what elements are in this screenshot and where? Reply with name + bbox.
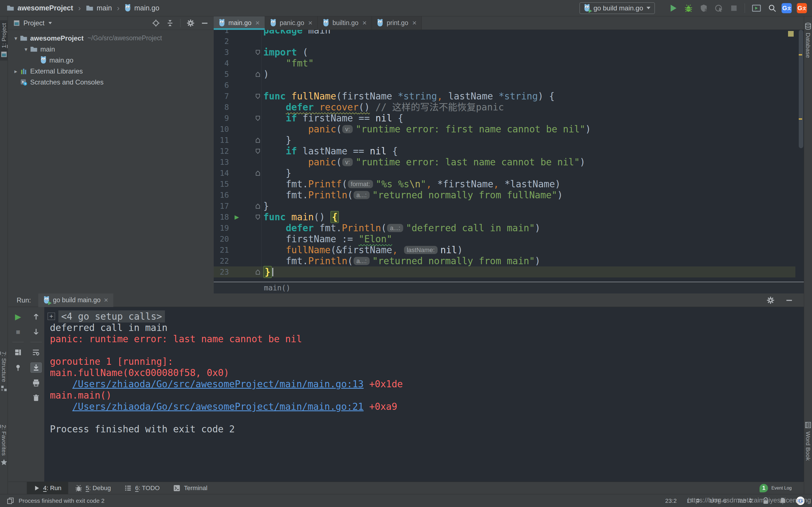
code-text[interactable]: }	[262, 168, 795, 179]
code-line[interactable]: 3import (	[214, 47, 795, 58]
coverage-button[interactable]	[700, 4, 708, 12]
tree-expand-icon[interactable]: ▾	[22, 46, 30, 53]
code-text[interactable]: }	[262, 201, 795, 212]
code-line[interactable]: 9 if firstName == nil {	[214, 113, 795, 124]
locate-file-button[interactable]	[152, 19, 160, 27]
code-line[interactable]: 18▶func main() {	[214, 212, 795, 223]
code-line[interactable]: 17}	[214, 201, 795, 212]
code-line[interactable]: 10 panic(v:"runtime error: first name ca…	[214, 124, 795, 135]
code-text[interactable]	[262, 80, 795, 91]
breadcrumb-project[interactable]: awesomeProject	[17, 4, 73, 12]
code-text[interactable]: import (	[262, 47, 795, 58]
code-line[interactable]: 14 }	[214, 168, 795, 179]
event-log-button[interactable]: 1 Event Log	[760, 484, 804, 492]
gear-icon[interactable]	[767, 296, 774, 304]
code-text[interactable]: func main() {	[262, 212, 795, 223]
parameter-hint[interactable]: format:	[348, 180, 373, 188]
tree-row[interactable]: Scratches and Consoles	[8, 76, 214, 88]
fold-icon[interactable]	[255, 149, 260, 154]
close-icon[interactable]: ×	[308, 18, 312, 27]
tool-window-button-run[interactable]: 4: Run	[27, 482, 68, 494]
code-text[interactable]: }	[262, 135, 795, 146]
editor-tab-print.go[interactable]: print.go×	[372, 16, 422, 30]
tool-window-button-favorites[interactable]: 2: Favorites	[0, 422, 8, 469]
editor-scrollbar[interactable]	[799, 30, 803, 148]
profiler-button[interactable]	[715, 4, 723, 12]
code-line[interactable]: 12 if lastName == nil {	[214, 146, 795, 157]
project-panel-title[interactable]: Project	[23, 19, 45, 27]
breadcrumb-package[interactable]: main	[97, 4, 112, 12]
tool-window-button-project[interactable]: 1: Project	[0, 20, 8, 61]
tree-row[interactable]: ▸External Libraries	[8, 66, 214, 76]
stop-button[interactable]: ■	[12, 327, 24, 337]
code-line[interactable]: 7func fullName(firstName *string, lastNa…	[214, 91, 795, 102]
code-line[interactable]: 15 fmt.Printf(format:"%s %s\n", *firstNa…	[214, 179, 795, 189]
code-text[interactable]: func fullName(firstName *string, lastNam…	[262, 91, 795, 102]
editor-tab-builtin.go[interactable]: builtin.go×	[318, 16, 372, 30]
editor-tab-panic.go[interactable]: panic.go×	[265, 16, 318, 30]
stacktrace-link[interactable]: /Users/zhiaoda/Go/src/awesomeProject/mai…	[72, 401, 363, 412]
translate-alt-plugin-icon[interactable]: G文	[797, 3, 807, 13]
code-text[interactable]: fmt.Println(a...:"returned normally from…	[262, 189, 795, 201]
code-text[interactable]: "fmt"	[262, 58, 795, 69]
warning-stripe-mark[interactable]	[799, 118, 802, 120]
code-line[interactable]: 8 defer recover() // 这样的写法不能恢复panic	[214, 102, 795, 113]
code-text[interactable]: firstName := "Elon"	[262, 233, 795, 244]
code-line[interactable]: 1package main	[214, 30, 795, 36]
fold-icon[interactable]	[255, 170, 260, 176]
code-line[interactable]: 2	[214, 36, 795, 47]
warning-stripe-mark[interactable]	[799, 54, 802, 55]
tree-row[interactable]: ▾main	[8, 44, 214, 55]
tool-window-button-wordbook[interactable]: Word Book	[804, 418, 812, 464]
code-text[interactable]: defer recover() // 这样的写法不能恢复panic	[262, 102, 795, 113]
code-line[interactable]: 5)	[214, 69, 795, 80]
tool-window-button-structure[interactable]: 7: Structure	[0, 349, 8, 395]
fold-icon[interactable]	[255, 269, 260, 275]
parameter-hint[interactable]: lastName:	[404, 246, 438, 254]
code-line[interactable]: 16 fmt.Println(a...:"returned normally f…	[214, 189, 795, 201]
code-line[interactable]: 11 }	[214, 135, 795, 146]
code-line[interactable]: 13 panic(v:"runtime error: last name can…	[214, 157, 795, 168]
fold-icon[interactable]	[255, 214, 260, 220]
stacktrace-link[interactable]: /Users/zhiaoda/Go/src/awesomeProject/mai…	[72, 379, 363, 390]
tool-window-button-terminal[interactable]: Terminal	[166, 482, 214, 494]
parameter-hint[interactable]: v:	[342, 158, 353, 166]
code-line[interactable]: 21 fullName(&firstName, lastName:nil)	[214, 244, 795, 256]
indent-widget[interactable]: Tab	[737, 497, 752, 504]
code-text[interactable]: if lastName == nil {	[262, 146, 795, 157]
hide-panel-button[interactable]	[785, 296, 793, 304]
fold-icon[interactable]	[255, 137, 260, 143]
tree-expand-icon[interactable]: ▾	[12, 35, 19, 42]
code-line[interactable]: 23}	[214, 267, 795, 277]
editor-breadcrumbs[interactable]: main()	[214, 282, 804, 293]
tree-row[interactable]: main.go	[8, 55, 214, 66]
run-tab[interactable]: go build main.go ×	[38, 293, 113, 307]
code-text[interactable]: panic(v:"runtime error: first name canno…	[262, 124, 795, 135]
lock-icon[interactable]	[762, 497, 769, 505]
close-icon[interactable]: ×	[362, 18, 366, 27]
code-line[interactable]: 4 "fmt"	[214, 58, 795, 69]
code-line[interactable]: 22 fmt.Println(a...:"returned normally f…	[214, 256, 795, 267]
code-line[interactable]: 19 defer fmt.Println(a...:"deferred call…	[214, 223, 795, 233]
code-text[interactable]: panic(v:"runtime error: last name cannot…	[262, 157, 795, 168]
clear-console-button[interactable]	[31, 393, 42, 403]
bell-icon[interactable]	[779, 497, 786, 505]
fold-expand-icon[interactable]: +	[48, 313, 55, 320]
code-text[interactable]: package main	[262, 30, 795, 36]
search-everywhere-icon[interactable]	[768, 4, 776, 12]
tool-window-button-debug[interactable]: 5: Debug	[68, 482, 117, 494]
editor-tab-main.go[interactable]: main.go×	[214, 16, 265, 30]
inspections-indicator[interactable]	[788, 31, 794, 37]
tool-window-button-database[interactable]: Database	[804, 20, 812, 61]
gear-icon[interactable]	[187, 19, 195, 27]
parameter-hint[interactable]: v:	[342, 125, 353, 133]
google-translate-status-icon[interactable]: G	[796, 497, 805, 505]
fold-icon[interactable]	[255, 71, 260, 77]
breadcrumb-file[interactable]: main.go	[134, 4, 159, 12]
stop-button[interactable]	[730, 4, 738, 12]
run-button[interactable]	[669, 4, 677, 12]
run-configuration-select[interactable]: go build main.go	[579, 2, 655, 14]
code-text[interactable]: }	[262, 267, 795, 277]
run-line-icon[interactable]: ▶	[235, 212, 239, 223]
close-icon[interactable]: ×	[412, 18, 416, 27]
